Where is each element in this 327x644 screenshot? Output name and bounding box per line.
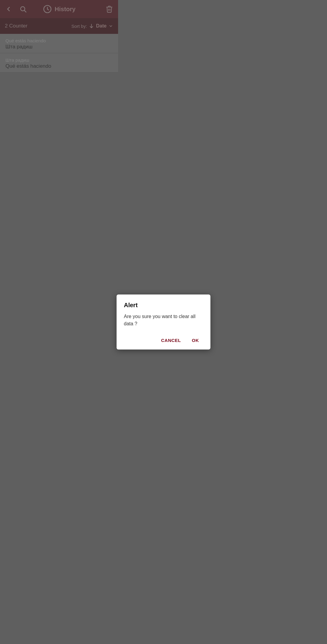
- dialog-overlay: Alert Are you sure you want to clear all…: [0, 0, 118, 248]
